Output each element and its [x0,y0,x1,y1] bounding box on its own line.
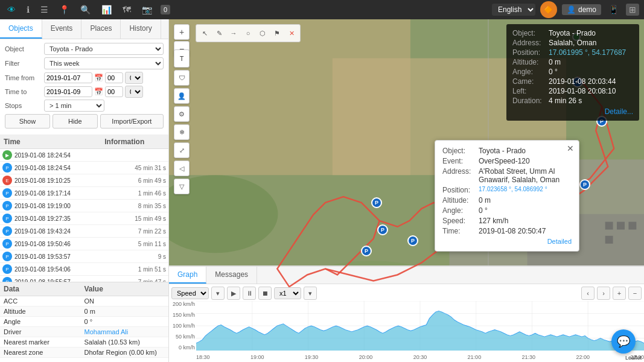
camera-icon[interactable]: 📷 [139,4,155,16]
popup-position-link[interactable]: 17.023658 °, 54.086992 ° [479,186,547,194]
graph-prev-btn[interactable]: ‹ [581,287,595,300]
graph-minus-btn[interactable]: − [628,287,642,300]
shield-tool[interactable]: 🛡 [174,70,190,86]
info-address-row: Address: Salalah, Oman [512,39,633,47]
marker-parking-6[interactable]: P [371,197,382,208]
list-item[interactable]: P 2019-01-08 19:55:57 7 min 47 s [0,276,168,282]
graph-next-btn[interactable]: › [597,287,610,300]
list-item[interactable]: P 2019-01-08 19:27:35 15 min 49 s [0,212,168,225]
x-label-1930: 19:30 [305,354,319,360]
search-icon[interactable]: 🔍 [78,4,93,16]
graph-pause-btn[interactable]: ⏸ [243,287,256,300]
time-to-date[interactable] [44,86,92,97]
tab-graph[interactable]: Graph [169,267,206,284]
time-to-min-select[interactable]: 00 [125,86,143,98]
text-tool[interactable]: T [174,49,190,68]
x-label-2000: 20:00 [359,354,373,360]
person-tool[interactable]: 👤 [174,88,190,104]
chat-button[interactable]: 💬 [611,329,636,354]
event-time: 2019-01-08 19:53:57 [14,253,91,260]
data-label: ACC [4,297,84,305]
graph-stop-btn[interactable]: ⏹ [258,287,272,300]
multiplier-select[interactable]: x1 [274,287,301,299]
graph-play-btn[interactable]: ▶ [227,287,240,300]
stops-select[interactable]: > 1 min [44,100,104,112]
info-position-link[interactable]: 17.061995 °, 54.177687 [549,48,626,57]
nav-arrow[interactable]: ▽ [174,179,190,194]
popup-detailed-link[interactable]: Detailed [442,238,572,245]
info-icon[interactable]: ℹ [24,4,32,16]
arrow-tool[interactable]: → [227,27,240,40]
list-item[interactable]: P 2019-01-08 19:17:14 1 min 46 s [0,187,168,200]
cursor-tool[interactable]: ↖ [198,27,211,40]
filter-label: Filter [5,60,44,67]
time-from-hour[interactable] [105,72,123,83]
leaflet-credit[interactable]: Leaflet [625,355,642,361]
location-icon[interactable]: 📍 [57,4,72,16]
marker-parking-7[interactable]: P [377,224,388,235]
show-button[interactable]: Show [5,114,50,129]
demo-user[interactable]: 👤 demo [562,4,601,15]
extra-icon[interactable]: ⊞ [626,4,639,16]
time-from-cal-btn[interactable]: 📅 [94,74,103,82]
time-to-cal-btn[interactable]: 📅 [94,87,103,96]
time-to-hour[interactable] [105,86,123,97]
list-item[interactable]: P 2019-01-08 18:24:54 45 min 31 s [0,162,168,174]
popup-close-button[interactable]: ✕ [567,144,574,153]
graph-chevron-btn[interactable]: ▾ [211,287,225,300]
col-information: Information [84,138,165,146]
map-icon[interactable]: 🗺 [120,4,133,16]
object-label: Object [5,45,44,52]
eye-icon[interactable]: 👁 [5,4,18,16]
language-select[interactable]: English [492,4,535,16]
polygon-tool[interactable]: ⬡ [256,27,269,40]
filter-select[interactable]: This week [44,57,164,69]
event-info: 8 min 35 s [91,203,167,209]
event-time: 2019-01-08 19:19:00 [14,203,91,209]
flag-tool[interactable]: ⚑ [270,27,284,40]
tablet-icon[interactable]: 📱 [606,4,621,16]
chart-icon[interactable]: 📊 [99,4,114,16]
marker-parking-8[interactable]: P [407,235,418,246]
list-item[interactable]: P 2019-01-08 19:19:00 8 min 35 s [0,200,168,212]
list-item[interactable]: P 2019-01-08 19:53:57 9 s [0,250,168,263]
tab-messages[interactable]: Messages [206,267,257,284]
list-item[interactable]: E 2019-01-08 19:10:25 6 min 49 s [0,174,168,187]
list-item[interactable]: P 2019-01-08 19:43:24 7 min 22 s [0,225,168,238]
y-label-50: 50 km/h [170,334,195,340]
speed-select[interactable]: Speed [171,287,209,299]
tab-history[interactable]: History [121,19,161,39]
settings-tool[interactable]: ⚙ [174,106,190,122]
multiplier-chevron[interactable]: ▾ [304,287,317,300]
circle-tool[interactable]: ○ [241,27,255,40]
zoom-in-button[interactable]: + [174,24,190,40]
marker-parking-4[interactable]: P [579,179,590,190]
info-position-label: Position: [512,48,549,57]
event-icon-park: P [2,277,12,282]
marker-parking-9[interactable]: P [361,246,372,256]
list-item[interactable]: ▶ 2019-01-08 18:24:54 [0,149,168,162]
event-icon-park: P [2,214,12,223]
fullscreen-tool[interactable]: ⤢ [174,142,190,158]
time-from-inputs: 📅 00 [44,72,164,84]
graph-plus-btn[interactable]: + [613,287,626,300]
hide-button[interactable]: Hide [53,114,98,129]
list-item[interactable]: P 2019-01-08 19:54:06 1 min 51 s [0,263,168,276]
tab-places[interactable]: Places [81,19,121,39]
list-item[interactable]: P 2019-01-08 19:50:46 5 min 11 s [0,238,168,250]
snowflake-tool[interactable]: ❄ [174,124,190,140]
time-from-min-select[interactable]: 00 [125,72,143,84]
arrow-left-tool[interactable]: ◁ [174,160,190,176]
time-from-date[interactable] [44,72,92,83]
close-tool[interactable]: ✕ [285,27,298,40]
tab-events[interactable]: Events [42,19,82,39]
info-detailed-link[interactable]: Detaile... [512,107,633,116]
popup-object-value: Toyota - Prado [479,147,526,155]
popup-angle-value: 0 ° [479,206,488,215]
settings-icon[interactable]: ☰ [38,4,51,16]
tab-objects[interactable]: Objects [0,19,42,39]
driver-link[interactable]: Mohammad Ali [84,328,165,335]
object-select[interactable]: Toyota - Prado [44,43,164,55]
import-export-button[interactable]: Import/Export [100,114,164,129]
draw-tool[interactable]: ✎ [212,27,226,40]
